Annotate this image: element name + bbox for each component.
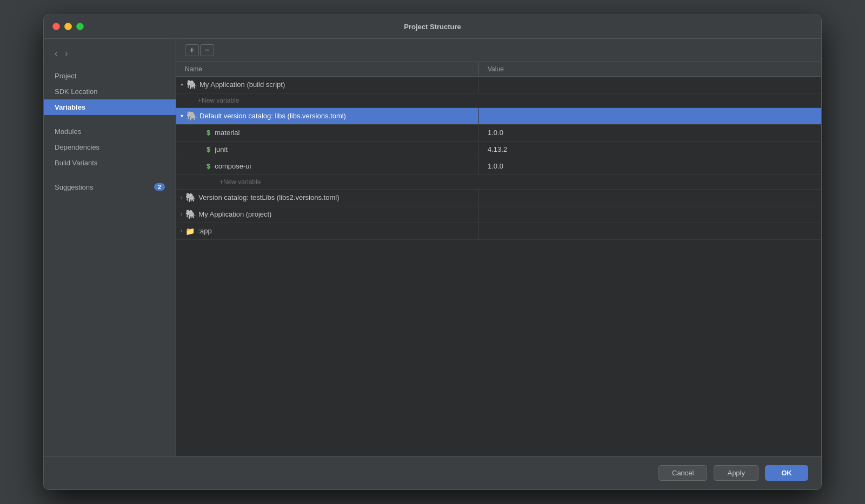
folder-icon: 📁 [185, 227, 195, 236]
table-row[interactable]: › 🐘 My Application (project) [176, 206, 821, 223]
remove-variable-button[interactable]: − [200, 44, 214, 56]
table-body: ▾ 🐘 My Application (build script) +New v… [176, 77, 821, 456]
row-value-cell [479, 83, 821, 87]
chevron-down-icon: ▾ [181, 113, 183, 119]
chevron-right-icon: › [181, 194, 182, 200]
nav-forward-button[interactable]: › [63, 48, 70, 59]
nav-back-button[interactable]: ‹ [52, 48, 59, 59]
row-name-cell: ▾ 🐘 My Application (build script) [176, 77, 479, 93]
close-button[interactable] [52, 23, 60, 30]
gradle-icon: 🐘 [187, 111, 197, 121]
suggestions-badge: 2 [154, 183, 165, 191]
maximize-button[interactable] [76, 23, 84, 30]
traffic-lights [52, 23, 84, 30]
apply-button[interactable]: Apply [714, 465, 758, 481]
chevron-down-icon: ▾ [181, 82, 183, 88]
sidebar-item-dependencies[interactable]: Dependencies [44, 139, 176, 155]
chevron-right-icon: › [181, 228, 182, 234]
row-value-cell [479, 114, 821, 118]
table-row[interactable]: › 📁 :app [176, 223, 821, 240]
row-name-cell: $ material [176, 125, 479, 141]
row-value-cell [479, 229, 821, 233]
sidebar-item-suggestions[interactable]: Suggestions 2 [44, 179, 176, 195]
dialog-body: ‹ › Project SDK Location Variables Modul… [44, 39, 821, 456]
table-header: Name Value [176, 62, 821, 77]
variable-icon: $ [207, 145, 210, 153]
sidebar-item-variables[interactable]: Variables [44, 99, 176, 115]
variable-icon: $ [207, 129, 210, 137]
table-row[interactable]: › 🐘 Version catalog: testLibs (libs2.ver… [176, 190, 821, 206]
nav-arrows: ‹ › [44, 45, 176, 68]
table-row[interactable]: ▾ 🐘 My Application (build script) [176, 77, 821, 93]
row-name-cell: › 📁 :app [176, 223, 479, 239]
row-name-cell: ▾ 🐘 Default version catalog: libs (libs.… [176, 108, 479, 124]
row-name-cell: › 🐘 Version catalog: testLibs (libs2.ver… [176, 190, 479, 206]
project-structure-dialog: Project Structure ‹ › Project SDK Locati… [43, 15, 822, 490]
gradle-icon: 🐘 [185, 192, 196, 203]
cancel-button[interactable]: Cancel [658, 465, 707, 481]
title-bar: Project Structure [44, 15, 821, 39]
row-value-cell: 1.0.0 [479, 126, 821, 139]
row-name-cell: $ junit [176, 142, 479, 158]
gradle-icon: 🐘 [187, 79, 197, 90]
value-column-header: Value [479, 62, 821, 76]
row-value-cell: 4.13.2 [479, 143, 821, 156]
table-row[interactable]: $ material 1.0.0 [176, 125, 821, 142]
row-name-cell: › 🐘 My Application (project) [176, 206, 479, 223]
minimize-button[interactable] [64, 23, 72, 30]
row-value-cell: 1.0.0 [479, 160, 821, 172]
sidebar-gap-2 [44, 171, 176, 179]
main-content: + − Name Value ▾ 🐘 My Application (build… [176, 39, 821, 456]
bottom-bar: Cancel Apply OK [44, 456, 821, 489]
new-variable-row[interactable]: +New variable [176, 175, 821, 190]
sidebar-item-project[interactable]: Project [44, 68, 176, 84]
ok-button[interactable]: OK [765, 465, 808, 481]
table-row[interactable]: $ compose-ui 1.0.0 [176, 158, 821, 175]
sidebar-item-build-variants[interactable]: Build Variants [44, 155, 176, 171]
table-row[interactable]: ▾ 🐘 Default version catalog: libs (libs.… [176, 108, 821, 125]
chevron-right-icon: › [181, 211, 182, 217]
name-column-header: Name [176, 62, 479, 76]
add-variable-button[interactable]: + [185, 44, 199, 56]
toolbar: + − [176, 39, 821, 62]
table-row[interactable]: $ junit 4.13.2 [176, 142, 821, 158]
new-variable-row[interactable]: +New variable [176, 93, 821, 108]
sidebar-item-sdk-location[interactable]: SDK Location [44, 84, 176, 99]
sidebar: ‹ › Project SDK Location Variables Modul… [44, 39, 176, 456]
dialog-title: Project Structure [404, 23, 461, 31]
row-value-cell [479, 212, 821, 217]
gradle-icon: 🐘 [185, 209, 196, 219]
row-name-cell: $ compose-ui [176, 158, 479, 174]
sidebar-gap [44, 115, 176, 124]
sidebar-item-modules[interactable]: Modules [44, 124, 176, 139]
row-value-cell [479, 196, 821, 200]
variable-icon: $ [207, 162, 210, 170]
